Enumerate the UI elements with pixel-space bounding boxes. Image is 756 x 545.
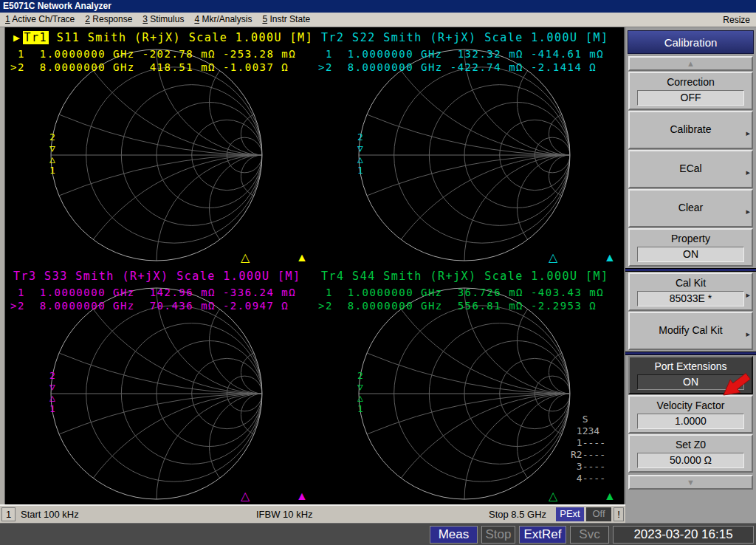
submenu-arrow-icon: ▸: [746, 207, 750, 216]
channel-number-badge: 1: [1, 507, 16, 521]
softkey-separator: [625, 352, 756, 355]
trace-params: S11 Smith (R+jX) Scale 1.000U [M]: [49, 31, 313, 44]
softkey-value: OFF: [637, 90, 744, 106]
menu-instr-state[interactable]: 5 Instr State: [262, 13, 310, 27]
scroll-down-icon: ▼: [687, 478, 695, 487]
trace-header-tr2[interactable]: Tr2 S22 Smith (R+jX) Scale 1.000U [M]: [321, 31, 609, 44]
softkey-scroll-up-button[interactable]: ▲: [628, 56, 753, 71]
submenu-arrow-icon: ▸: [746, 329, 750, 339]
stimulus-marker-hollow-icon: △: [549, 490, 557, 502]
instrument-state-bar: MeasStopExtRefSvc2023-03-20 16:15: [0, 523, 756, 545]
marker-readout-1: 1 1.0000000 GHz 132.32 mΩ -414.61 mΩ: [318, 48, 604, 60]
trace-header-tr4[interactable]: Tr4 S44 Smith (R+jX) Scale 1.000U [M]: [321, 270, 609, 283]
sweep-stop-label: Stop 8.5 GHz: [489, 509, 546, 520]
stimulus-marker-hollow-icon: △: [241, 252, 250, 264]
chart-marker-symbols: 2 ▽ △ 1: [352, 131, 368, 176]
port-extension-indicator: PExt: [556, 507, 584, 521]
softkey-sidebar: Calibration ▲ CorrectionOFFCalibrate▸ECa…: [624, 27, 756, 523]
ifbw-label: IFBW 10 kHz: [256, 509, 313, 520]
softkey-menu-title: Calibration: [628, 30, 754, 54]
chart-marker-symbols: 2 ▽ △ 1: [44, 131, 61, 176]
softkey-cal-kit[interactable]: Cal Kit85033E *▸: [628, 272, 753, 311]
softkey-calibrate[interactable]: Calibrate▸: [628, 111, 753, 149]
chart-marker-symbols: 2 ▽ △ 1: [44, 370, 61, 414]
state-indicator-meas: Meas: [430, 526, 478, 544]
trace-header-tr3[interactable]: Tr3 S33 Smith (R+jX) Scale 1.000U [M]: [13, 270, 301, 283]
marker-readout-1: 1 1.0000000 GHz 142.96 mΩ -336.24 mΩ: [10, 287, 296, 298]
sidebar-bottom-filler: [625, 504, 756, 523]
softkey-value: 85033E *: [637, 291, 744, 306]
stimulus-marker-filled-icon: ▲: [604, 490, 616, 502]
menu-active-ch-trace[interactable]: 1 Active Ch/Trace: [5, 13, 75, 27]
marker-readout-1: 1 1.0000000 GHz -202.78 mΩ -253.28 mΩ: [10, 48, 296, 60]
submenu-arrow-icon: ▸: [746, 128, 750, 138]
softkey-label: Velocity Factor: [630, 400, 752, 411]
state-indicator-extref: ExtRef: [519, 526, 566, 544]
trace-header-tr1[interactable]: ▶Tr1 S11 Smith (R+jX) Scale 1.000U [M]: [13, 31, 313, 44]
stimulus-marker-hollow-icon: △: [549, 252, 557, 264]
window-title: E5071C Network Analyzer: [0, 0, 756, 13]
menu-bar: 1 Active Ch/Trace2 Response3 Stimulus4 M…: [0, 13, 756, 27]
submenu-arrow-icon: ▸: [746, 290, 750, 300]
trace-params: S33 Smith (R+jX) Scale 1.000U [M]: [37, 270, 301, 283]
status-bar: 1 Start 100 kHz IFBW 10 kHz Stop 8.5 GHz…: [0, 504, 625, 523]
trace-params: S44 Smith (R+jX) Scale 1.000U [M]: [345, 270, 609, 283]
stimulus-marker-filled-icon: ▲: [604, 252, 616, 264]
softkey-modify-cal-kit[interactable]: Modify Cal Kit▸: [628, 312, 753, 350]
softkey-label: Property: [630, 233, 752, 244]
stimulus-marker-filled-icon: ▲: [296, 490, 308, 502]
stimulus-marker-hollow-icon: △: [241, 490, 250, 502]
softkey-value: 50.000 Ω: [637, 453, 744, 468]
softkey-label: Clear: [630, 202, 752, 213]
softkey-label: Cal Kit: [630, 277, 752, 289]
softkey-label: Set Z0: [630, 439, 752, 450]
trace-label: Tr2: [321, 31, 345, 44]
s-parameter-matrix-legend: S 1234 1---- R2---- 3---- 4----: [571, 414, 605, 484]
softkey-separator: [625, 268, 756, 272]
softkey-label: Calibrate: [630, 123, 752, 135]
scroll-up-icon: ▲: [687, 59, 695, 68]
softkey-label: Modify Cal Kit: [630, 324, 752, 336]
chart-quadrant-tr1: ▶Tr1 S11 Smith (R+jX) Scale 1.000U [M] 1…: [6, 27, 314, 265]
softkey-label: Correction: [630, 76, 752, 88]
state-indicator-svc: Svc: [570, 526, 609, 544]
menu-response[interactable]: 2 Response: [85, 13, 132, 27]
softkey-set-z0[interactable]: Set Z050.000 Ω: [628, 434, 753, 473]
display-left-frame: [0, 27, 5, 504]
softkey-property[interactable]: PropertyON: [628, 228, 753, 267]
menu-mkr-analysis[interactable]: 4 Mkr/Analysis: [194, 13, 252, 27]
trace-label: Tr4: [321, 270, 345, 283]
trace-label: Tr3: [13, 270, 37, 283]
resize-button[interactable]: Resize: [723, 14, 750, 27]
marker-readout-2: >2 8.0000000 GHz 70.436 mΩ -2.0947 Ω: [10, 300, 289, 312]
softkey-clear[interactable]: Clear▸: [628, 189, 753, 227]
state-indicator-stop: Stop: [481, 526, 515, 544]
softkey-velocity-factor[interactable]: Velocity Factor1.0000: [628, 395, 753, 433]
softkey-ecal[interactable]: ECal▸: [628, 150, 753, 188]
correction-off-indicator: Off: [586, 507, 611, 521]
trace-label: Tr1: [23, 31, 49, 44]
marker-readout-2: >2 8.0000000 GHz -422.74 mΩ -2.1414 Ω: [318, 61, 597, 73]
instrument-alert-badge: !: [614, 507, 624, 521]
softkey-scroll-down-button[interactable]: ▼: [628, 475, 753, 490]
marker-readout-2: >2 8.0000000 GHz 418.51 mΩ -1.0037 Ω: [10, 61, 289, 73]
active-trace-arrow-icon: ▶: [13, 31, 21, 44]
stimulus-marker-filled-icon: ▲: [296, 252, 308, 264]
softkey-value: 1.0000: [637, 414, 744, 429]
chart-marker-symbols: 2 ▽ △ 1: [352, 370, 368, 414]
softkey-correction[interactable]: CorrectionOFF: [628, 72, 753, 110]
state-indicator-2023-03-20-16-15: 2023-03-20 16:15: [613, 526, 754, 544]
sweep-start-label: Start 100 kHz: [21, 509, 79, 520]
menu-stimulus[interactable]: 3 Stimulus: [142, 13, 184, 27]
softkey-value: ON: [637, 247, 744, 262]
softkey-label: ECal: [630, 162, 752, 174]
annotation-red-arrow-icon: [721, 361, 755, 400]
chart-quadrant-tr3: Tr3 S33 Smith (R+jX) Scale 1.000U [M] 1 …: [6, 266, 314, 504]
chart-quadrant-tr2: Tr2 S22 Smith (R+jX) Scale 1.000U [M] 1 …: [314, 27, 622, 265]
submenu-arrow-icon: ▸: [746, 168, 750, 177]
trace-params: S22 Smith (R+jX) Scale 1.000U [M]: [345, 31, 609, 44]
marker-readout-1: 1 1.0000000 GHz 36.726 mΩ -403.43 mΩ: [318, 287, 604, 298]
marker-readout-2: >2 8.0000000 GHz 556.81 mΩ -2.2953 Ω: [318, 300, 597, 312]
